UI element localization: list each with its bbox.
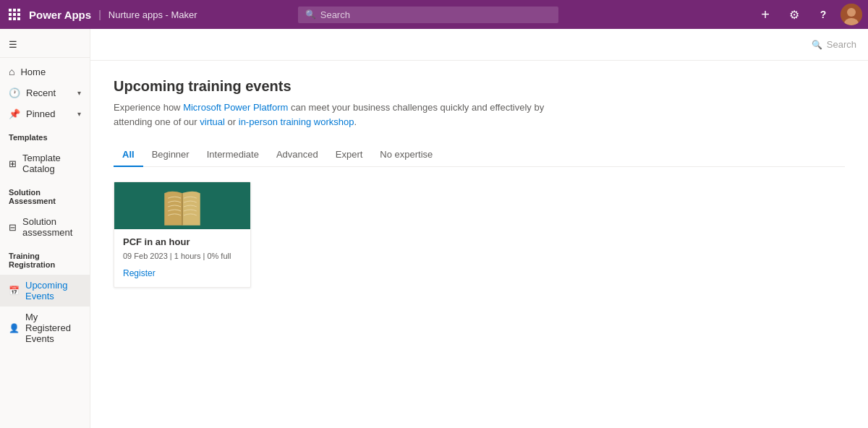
card-meta-pcf: 09 Feb 2023 | 1 hours | 0% full bbox=[123, 252, 242, 260]
events-grid: PCF in an hour 09 Feb 2023 | 1 hours | 0… bbox=[114, 181, 845, 288]
home-icon bbox=[9, 66, 14, 77]
plus-icon: + bbox=[761, 7, 770, 23]
svg-rect-1 bbox=[13, 9, 16, 12]
training-registration-nav: 📅 Upcoming Events 👤 My Registered Events bbox=[0, 272, 90, 352]
top-search-bar[interactable]: 🔍 bbox=[298, 7, 558, 23]
sidebar-item-home[interactable]: Home bbox=[0, 61, 90, 82]
sidebar: ☰ Home 🕐 Recent ▾ 📌 Pinned ▾ Templates bbox=[0, 29, 90, 428]
sidebar-item-my-registered-events-label: My Registered Events bbox=[25, 312, 81, 344]
training-registration-section-header: Training Registration bbox=[0, 246, 90, 272]
calendar-icon: 📅 bbox=[9, 286, 20, 296]
sidebar-hamburger[interactable]: ☰ bbox=[0, 35, 90, 54]
avatar-image bbox=[841, 4, 862, 25]
tab-beginner[interactable]: Beginner bbox=[143, 143, 198, 167]
top-search-input[interactable] bbox=[320, 9, 551, 20]
secondary-search[interactable]: 🔍 Search bbox=[812, 39, 856, 50]
svg-rect-2 bbox=[17, 9, 20, 12]
recent-icon: 🕐 bbox=[9, 87, 20, 98]
event-card-pcf: PCF in an hour 09 Feb 2023 | 1 hours | 0… bbox=[114, 181, 251, 288]
sidebar-item-pinned[interactable]: 📌 Pinned ▾ bbox=[0, 103, 90, 124]
settings-icon: ⚙ bbox=[789, 8, 799, 22]
sidebar-item-solution-assessment-label: Solution assessment bbox=[22, 216, 81, 238]
sidebar-item-solution-assessment[interactable]: ⊟ Solution assessment bbox=[0, 211, 90, 243]
sidebar-item-my-registered-events[interactable]: 👤 My Registered Events bbox=[0, 307, 90, 349]
main-content: 🔍 Search Upcoming training events Experi… bbox=[90, 29, 868, 428]
avatar[interactable] bbox=[841, 4, 862, 25]
sidebar-item-template-catalog[interactable]: ⊞ Template Catalog bbox=[0, 147, 90, 179]
templates-section-header: Templates bbox=[0, 127, 90, 145]
sidebar-item-template-catalog-label: Template Catalog bbox=[22, 153, 81, 174]
hamburger-icon: ☰ bbox=[9, 39, 17, 50]
add-button[interactable]: + bbox=[754, 3, 777, 26]
template-icon: ⊞ bbox=[9, 158, 17, 169]
virtual-link[interactable]: virtual bbox=[200, 116, 225, 127]
help-button[interactable]: ? bbox=[812, 3, 835, 26]
page-title: Upcoming training events bbox=[114, 78, 845, 95]
sidebar-item-home-label: Home bbox=[20, 67, 81, 77]
recent-chevron-icon: ▾ bbox=[77, 89, 81, 97]
sidebar-item-upcoming-events[interactable]: 📅 Upcoming Events bbox=[0, 275, 90, 307]
card-image-pcf bbox=[114, 182, 250, 229]
secondary-nav: 🔍 Search bbox=[90, 29, 868, 61]
search-icon: 🔍 bbox=[305, 9, 316, 20]
page-subtitle: Experience how Microsoft Power Platform … bbox=[114, 100, 548, 129]
pinned-icon: 📌 bbox=[9, 108, 20, 119]
card-title-pcf: PCF in an hour bbox=[123, 236, 242, 247]
tab-expert[interactable]: Expert bbox=[327, 143, 372, 167]
templates-nav: ⊞ Template Catalog bbox=[0, 145, 90, 182]
tab-advanced[interactable]: Advanced bbox=[268, 143, 327, 167]
card-register-pcf[interactable]: Register bbox=[123, 268, 156, 278]
person-icon: 👤 bbox=[9, 323, 20, 333]
env-name: Nurture apps - Maker bbox=[109, 9, 197, 20]
app-name: Power Apps bbox=[29, 9, 91, 21]
waffle-icon[interactable] bbox=[6, 6, 23, 23]
help-icon: ? bbox=[820, 9, 827, 20]
secondary-search-icon: 🔍 bbox=[812, 40, 822, 50]
page-body: Upcoming training events Experience how … bbox=[90, 61, 868, 428]
topnav-actions: + ⚙ ? bbox=[754, 3, 862, 26]
top-navigation: Power Apps | Nurture apps - Maker 🔍 + ⚙ … bbox=[0, 0, 868, 29]
settings-button[interactable]: ⚙ bbox=[783, 3, 806, 26]
svg-rect-4 bbox=[13, 13, 16, 16]
secondary-search-label: Search bbox=[827, 39, 856, 50]
solution-assessment-nav: ⊟ Solution assessment bbox=[0, 208, 90, 246]
svg-rect-6 bbox=[9, 17, 12, 20]
sidebar-item-recent[interactable]: 🕐 Recent ▾ bbox=[0, 82, 90, 103]
sidebar-primary-nav: Home 🕐 Recent ▾ 📌 Pinned ▾ bbox=[0, 58, 90, 127]
nav-separator: | bbox=[98, 9, 101, 20]
assessment-icon: ⊟ bbox=[9, 222, 17, 233]
tab-intermediate[interactable]: Intermediate bbox=[198, 143, 268, 167]
in-person-link[interactable]: in-person training workshop bbox=[239, 116, 354, 127]
sidebar-item-pinned-label: Pinned bbox=[26, 108, 72, 119]
tab-all[interactable]: All bbox=[114, 143, 143, 167]
pinned-chevron-icon: ▾ bbox=[77, 110, 81, 118]
expertise-tabs: All Beginner Intermediate Advanced Exper… bbox=[114, 143, 845, 167]
svg-rect-5 bbox=[17, 13, 20, 16]
svg-rect-8 bbox=[17, 17, 20, 20]
sidebar-item-upcoming-events-label: Upcoming Events bbox=[25, 280, 81, 301]
svg-rect-3 bbox=[9, 13, 12, 16]
microsoft-power-platform-link[interactable]: Microsoft Power Platform bbox=[183, 102, 288, 113]
svg-rect-0 bbox=[9, 9, 12, 12]
sidebar-top: ☰ bbox=[0, 29, 90, 58]
card-body-pcf: PCF in an hour 09 Feb 2023 | 1 hours | 0… bbox=[114, 229, 250, 287]
svg-rect-7 bbox=[13, 17, 16, 20]
tab-no-expertise[interactable]: No expertise bbox=[371, 143, 441, 167]
app-layout: ☰ Home 🕐 Recent ▾ 📌 Pinned ▾ Templates bbox=[0, 29, 868, 428]
sidebar-item-recent-label: Recent bbox=[26, 87, 72, 98]
solution-assessment-section-header: Solution Assessment bbox=[0, 182, 90, 208]
